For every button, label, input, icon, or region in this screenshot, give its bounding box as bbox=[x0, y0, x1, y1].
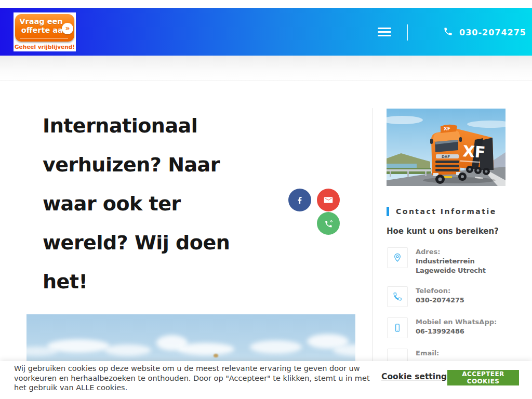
accent-bar bbox=[387, 207, 389, 216]
trailer-xf-text: XF bbox=[462, 142, 486, 162]
site-header: Vraag een offerte aan » Geheel vrijblijv… bbox=[0, 8, 532, 56]
cookie-banner: Wij gebruiken cookies op deze website om… bbox=[0, 361, 532, 399]
contact-value: 06-13992486 bbox=[416, 327, 507, 336]
mobile-phone-icon bbox=[387, 317, 408, 338]
share-buttons bbox=[288, 189, 340, 235]
contact-subtitle: Hoe kunt u ons bereiken? bbox=[387, 227, 499, 236]
envelope-icon bbox=[323, 195, 334, 205]
phone-icon bbox=[443, 26, 453, 38]
phone-outline-icon bbox=[387, 286, 408, 307]
contact-section-header: Contact Informatie bbox=[387, 207, 497, 216]
distant-object bbox=[214, 354, 218, 357]
subheader-strip bbox=[0, 56, 532, 81]
facebook-icon bbox=[295, 195, 304, 205]
cookie-message: Wij gebruiken cookies op deze website om… bbox=[14, 364, 378, 393]
offer-request-badge[interactable]: Vraag een offerte aan » Geheel vrijblijv… bbox=[14, 12, 76, 51]
content-divider bbox=[372, 108, 373, 399]
contact-value: Industrieterrein Lageweide Utrecht bbox=[416, 257, 507, 275]
location-pin-icon bbox=[387, 247, 408, 268]
top-white-strip bbox=[0, 0, 532, 8]
page: Vraag een offerte aan » Geheel vrijblijv… bbox=[0, 0, 532, 399]
offer-button-underline bbox=[20, 38, 68, 38]
contact-label: Mobiel en WhatsApp: bbox=[416, 317, 507, 327]
sidebar: XF XF DAF bbox=[387, 109, 506, 399]
truck-image: XF XF DAF bbox=[387, 109, 506, 186]
contact-value: 030-2074275 bbox=[416, 296, 507, 305]
deflector-xf-text: XF bbox=[444, 126, 451, 131]
header-divider bbox=[407, 24, 408, 41]
contact-section-title: Contact Informatie bbox=[396, 207, 497, 216]
header-phone-link[interactable]: 030-2074275 bbox=[443, 26, 526, 38]
contact-label: Email: bbox=[416, 349, 507, 358]
facebook-share-button[interactable] bbox=[288, 189, 311, 211]
contact-label: Telefoon: bbox=[416, 286, 507, 296]
menu-hamburger-icon[interactable] bbox=[378, 28, 391, 36]
email-share-button[interactable] bbox=[317, 189, 340, 211]
grille-daf-text: DAF bbox=[442, 155, 450, 159]
header-phone-number: 030-2074275 bbox=[459, 28, 526, 37]
cookie-settings-link[interactable]: Cookie settings bbox=[381, 372, 451, 381]
accept-cookies-button[interactable]: ACCEPTEER COOKIES bbox=[447, 370, 519, 385]
double-chevron-icon: » bbox=[62, 23, 73, 34]
offer-request-button[interactable]: Vraag een offerte aan » bbox=[15, 14, 74, 42]
call-share-button[interactable] bbox=[317, 212, 340, 235]
page-title: Internationaal verhuizen? Naar waar ook … bbox=[43, 107, 261, 301]
contact-label: Adres: bbox=[416, 247, 507, 257]
offer-badge-tagline: Geheel vrijblijvend! bbox=[14, 44, 76, 50]
phone-volume-icon bbox=[323, 218, 334, 229]
